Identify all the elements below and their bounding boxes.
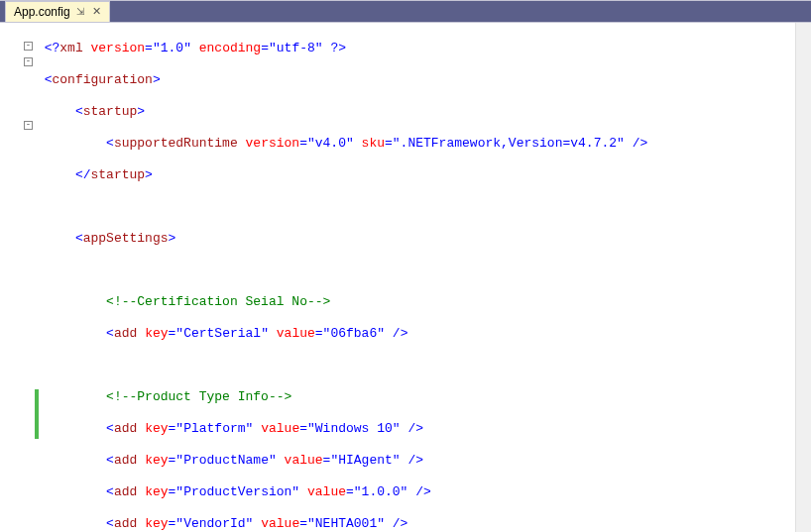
code-line — [45, 358, 795, 373]
tab-strip: App.config ⇲ ✕ — [0, 1, 811, 22]
pin-icon[interactable]: ⇲ — [76, 6, 84, 17]
change-indicator — [35, 389, 39, 439]
editor-workspace: App.config ⇲ ✕ - - - <?xml version="1.0"… — [0, 0, 811, 532]
code-line — [45, 199, 795, 215]
code-line: <add key="ProductVersion" value="1.0.0" … — [45, 484, 795, 500]
code-line: <!--Certification Seial No--> — [45, 294, 795, 310]
code-line: <appSettings> — [45, 231, 795, 247]
code-editor[interactable]: <?xml version="1.0" encoding="utf-8" ?> … — [41, 23, 795, 532]
fold-toggle[interactable]: - — [24, 57, 33, 66]
code-line: <!--Product Type Info--> — [45, 389, 795, 405]
vertical-scrollbar[interactable] — [795, 23, 811, 532]
close-icon[interactable]: ✕ — [90, 5, 103, 18]
code-line: <configuration> — [45, 72, 795, 88]
code-line: <add key="CertSerial" value="06fba6" /> — [45, 326, 795, 342]
code-line: <add key="ProductName" value="HIAgent" /… — [45, 453, 795, 469]
editor-area: - - - <?xml version="1.0" encoding="utf-… — [0, 22, 811, 532]
tab-app-config[interactable]: App.config ⇲ ✕ — [5, 1, 110, 22]
outline-column: - - - — [22, 23, 42, 532]
code-line: <supportedRuntime version="v4.0" sku=".N… — [45, 136, 795, 152]
fold-toggle[interactable]: - — [24, 121, 33, 130]
tab-title: App.config — [14, 5, 70, 19]
code-line: </startup> — [45, 167, 795, 183]
code-line: <startup> — [45, 104, 795, 120]
code-line: <add key="VendorId" value="NEHTA001" /> — [45, 516, 795, 532]
code-line: <?xml version="1.0" encoding="utf-8" ?> — [45, 41, 795, 56]
code-line: <add key="Platform" value="Windows 10" /… — [45, 421, 795, 437]
code-line — [45, 263, 795, 278]
gutter: - - - — [0, 23, 41, 532]
fold-toggle[interactable]: - — [24, 42, 33, 51]
